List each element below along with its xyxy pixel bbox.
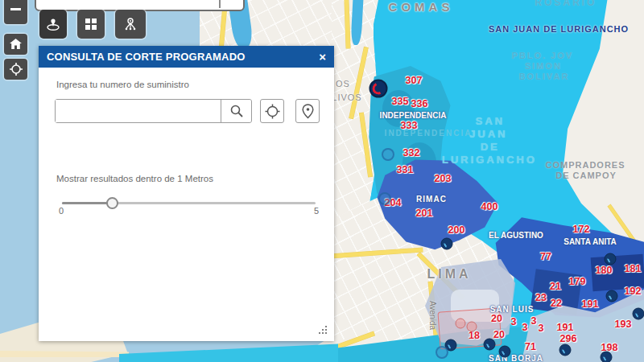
zone-coast-strip xyxy=(119,342,338,362)
radius-label: Mostrar resultados dentro de 1 Metros xyxy=(56,174,213,183)
navy-marker[interactable] xyxy=(601,352,613,362)
home-icon xyxy=(10,39,22,50)
search-button[interactable] xyxy=(221,100,251,122)
salmon-marker[interactable] xyxy=(456,319,466,329)
navy-marker[interactable] xyxy=(559,344,572,356)
map-search-input[interactable] xyxy=(39,0,216,8)
minus-icon xyxy=(10,8,21,10)
panel-body: Ingresa tu numero de suministro xyxy=(39,68,334,341)
navy-marker[interactable] xyxy=(605,253,617,265)
navy-marker[interactable] xyxy=(499,346,511,358)
navy-marker[interactable] xyxy=(606,290,618,302)
consulta-panel: CONSULTA DE CORTE PROGRAMADO × Ingresa t… xyxy=(39,46,334,341)
ring-marker[interactable] xyxy=(436,346,448,359)
home-button[interactable] xyxy=(4,34,27,55)
map-toolbar xyxy=(39,10,146,39)
salmon-marker[interactable] xyxy=(467,322,477,332)
map-sidebar xyxy=(4,0,27,80)
navy-marker[interactable] xyxy=(441,238,453,250)
ring-marker[interactable] xyxy=(382,148,394,161)
supply-number-input[interactable] xyxy=(56,100,221,122)
slider-max-label: 5 xyxy=(314,206,319,216)
pin-network-icon xyxy=(122,17,138,32)
supply-input-group xyxy=(55,99,252,123)
cluster-marker[interactable] xyxy=(369,80,388,98)
zone-subarea xyxy=(382,90,415,127)
navy-marker[interactable] xyxy=(633,308,644,320)
search-divider xyxy=(219,0,221,8)
location-pin-icon xyxy=(301,104,315,119)
pick-point-button[interactable] xyxy=(295,99,320,123)
nearby-tool-button[interactable] xyxy=(115,10,146,39)
app: 3073353363333323312032042014002001727718… xyxy=(0,0,644,362)
basemap-grid-icon xyxy=(85,19,97,30)
use-my-location-button[interactable] xyxy=(260,99,284,123)
pin-ellipse-locator-icon xyxy=(45,17,61,31)
search-icon xyxy=(229,104,244,118)
slider-min-label: 0 xyxy=(59,206,64,216)
crosshair-icon xyxy=(265,104,280,119)
zone-navy-block xyxy=(591,254,644,291)
locate-me-button[interactable] xyxy=(4,59,27,80)
resize-grip-icon[interactable] xyxy=(325,332,327,334)
navy-marker[interactable] xyxy=(484,339,496,351)
supply-label: Ingresa tu numero de suministro xyxy=(56,80,189,89)
ring-marker[interactable] xyxy=(378,192,391,205)
zoom-out-button[interactable] xyxy=(4,0,27,24)
crosshair-icon xyxy=(10,63,23,76)
basemap-gallery-button[interactable] xyxy=(77,10,105,39)
close-icon[interactable]: × xyxy=(319,51,326,63)
panel-header: CONSULTA DE CORTE PROGRAMADO × xyxy=(39,46,334,68)
panel-title: CONSULTA DE CORTE PROGRAMADO xyxy=(47,51,319,63)
slider-range-labels: 0 5 xyxy=(59,206,319,216)
locator-tool-button[interactable] xyxy=(39,10,67,39)
slider-fill xyxy=(62,202,113,204)
